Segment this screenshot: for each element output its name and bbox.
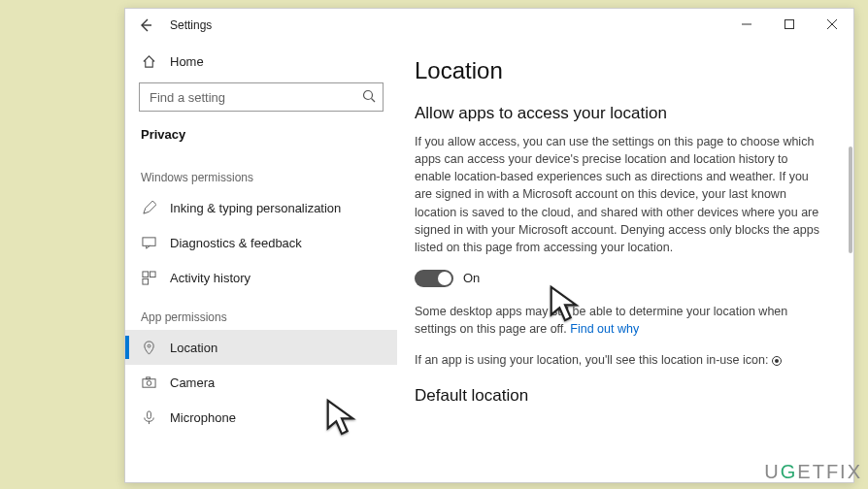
search-icon bbox=[362, 89, 376, 106]
sidebar-category: Privacy bbox=[125, 121, 397, 155]
close-button[interactable] bbox=[811, 10, 853, 39]
sidebar-item-inking[interactable]: Inking & typing personalization bbox=[125, 190, 397, 225]
pen-icon bbox=[141, 200, 156, 215]
location-toggle-row: On bbox=[415, 270, 826, 287]
svg-rect-11 bbox=[142, 378, 154, 386]
sidebar-item-camera[interactable]: Camera bbox=[125, 365, 397, 400]
svg-rect-14 bbox=[147, 410, 150, 418]
sidebar-section-app: App permissions bbox=[125, 295, 397, 330]
back-button[interactable] bbox=[137, 16, 154, 34]
svg-point-4 bbox=[364, 91, 373, 100]
nav-label: Camera bbox=[170, 375, 215, 390]
location-icon bbox=[141, 340, 156, 355]
page-title: Location bbox=[415, 57, 826, 84]
sidebar-home[interactable]: Home bbox=[125, 46, 397, 77]
window-title: Settings bbox=[170, 18, 212, 32]
svg-rect-6 bbox=[142, 237, 154, 244]
svg-rect-7 bbox=[142, 271, 148, 277]
search-wrap bbox=[139, 82, 384, 112]
home-icon bbox=[141, 53, 156, 69]
nav-label: Diagnostics & feedback bbox=[170, 236, 302, 250]
nav-label: Microphone bbox=[170, 410, 236, 425]
content-area: Home Privacy Windows permissions Inking … bbox=[125, 40, 853, 482]
main-panel: Location Allow apps to access your locat… bbox=[397, 40, 853, 482]
location-toggle[interactable] bbox=[415, 270, 453, 287]
home-label: Home bbox=[170, 54, 204, 69]
inuse-note: If an app is using your location, you'll… bbox=[415, 351, 826, 369]
toggle-state-label: On bbox=[463, 271, 480, 285]
nav-label: Inking & typing personalization bbox=[170, 201, 341, 215]
sidebar: Home Privacy Windows permissions Inking … bbox=[125, 40, 397, 482]
svg-rect-9 bbox=[142, 278, 148, 284]
scrollbar-thumb[interactable] bbox=[849, 147, 852, 253]
sidebar-item-location[interactable]: Location bbox=[125, 330, 397, 365]
minimize-button[interactable] bbox=[725, 10, 768, 39]
allow-section-body: If you allow access, you can use the set… bbox=[415, 133, 826, 256]
default-location-title: Default location bbox=[415, 386, 826, 406]
find-out-why-link[interactable]: Find out why bbox=[570, 322, 639, 336]
location-inuse-icon bbox=[772, 356, 782, 366]
svg-line-5 bbox=[372, 99, 376, 103]
toggle-knob bbox=[438, 272, 451, 285]
nav-label: Activity history bbox=[170, 271, 250, 285]
svg-point-10 bbox=[148, 344, 150, 347]
desktop-apps-note: Some desktop apps may still be able to d… bbox=[415, 303, 826, 338]
microphone-icon bbox=[141, 409, 156, 425]
maximize-button[interactable] bbox=[768, 10, 811, 39]
sidebar-item-activity[interactable]: Activity history bbox=[125, 260, 397, 295]
svg-rect-13 bbox=[146, 376, 150, 378]
allow-section-title: Allow apps to access your location bbox=[415, 104, 826, 123]
back-arrow-icon bbox=[139, 18, 152, 32]
search-input[interactable] bbox=[139, 82, 384, 112]
settings-window: Settings Home Privacy Windows permission… bbox=[124, 8, 854, 483]
feedback-icon bbox=[141, 235, 156, 250]
sidebar-section-windows: Windows permissions bbox=[125, 155, 397, 190]
activity-icon bbox=[141, 270, 156, 285]
sidebar-item-microphone[interactable]: Microphone bbox=[125, 400, 397, 435]
svg-rect-8 bbox=[150, 271, 155, 277]
svg-point-12 bbox=[147, 380, 151, 385]
nav-label: Location bbox=[170, 341, 217, 355]
titlebar: Settings bbox=[125, 9, 853, 40]
watermark: UGETFIX bbox=[764, 461, 862, 483]
camera-icon bbox=[141, 375, 156, 390]
inuse-text: If an app is using your location, you'll… bbox=[415, 353, 772, 367]
sidebar-item-diagnostics[interactable]: Diagnostics & feedback bbox=[125, 225, 397, 260]
svg-rect-1 bbox=[785, 20, 794, 29]
